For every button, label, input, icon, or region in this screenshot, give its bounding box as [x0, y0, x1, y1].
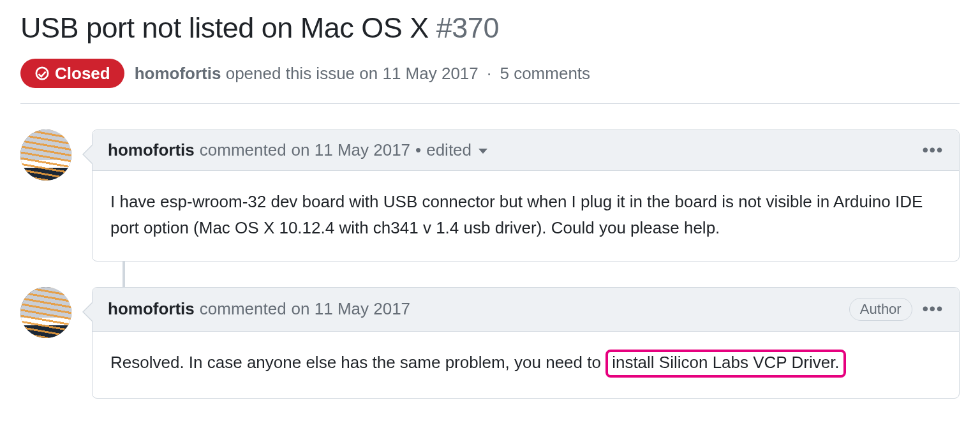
comment-date[interactable]: on 11 May 2017 — [292, 299, 410, 319]
comment-body-text: Resolved. In case anyone else has the sa… — [110, 353, 605, 372]
issue-title: USB port not listed on Mac OS X — [20, 10, 429, 46]
caret-down-icon — [479, 149, 487, 154]
comment-header: homofortis commented on 11 May 2017 • ed… — [93, 130, 959, 171]
author-badge: Author — [849, 298, 912, 321]
comment: homofortis commented on 11 May 2017 Auth… — [20, 287, 960, 399]
timeline-connector — [122, 262, 125, 287]
issue-closed-icon — [34, 66, 50, 81]
issue-author-link[interactable]: homofortis — [135, 64, 221, 83]
highlighted-text: install Silicon Labs VCP Driver. — [605, 350, 845, 378]
avatar[interactable] — [20, 287, 71, 338]
comment-author-link[interactable]: homofortis — [108, 140, 195, 160]
issue-title-row: USB port not listed on Mac OS X #370 — [20, 10, 960, 46]
issue-meta-text: homofortis opened this issue on 11 May 2… — [135, 64, 590, 84]
comment-body: I have esp-wroom-32 dev board with USB c… — [93, 171, 959, 261]
comment-date[interactable]: on 11 May 2017 — [292, 140, 410, 160]
comment-action: commented — [200, 299, 286, 319]
edited-dropdown[interactable]: edited — [426, 140, 487, 160]
comment-body: Resolved. In case anyone else has the sa… — [93, 332, 959, 398]
comment-box: homofortis commented on 11 May 2017 Auth… — [92, 287, 960, 399]
comment-actions-menu[interactable]: ••• — [923, 299, 944, 319]
comment-box: homofortis commented on 11 May 2017 • ed… — [92, 129, 960, 262]
meta-separator: · — [483, 64, 495, 83]
comment-actions-menu[interactable]: ••• — [923, 140, 944, 160]
state-badge-closed: Closed — [20, 59, 124, 88]
comment-action: commented — [200, 140, 286, 160]
comment-header: homofortis commented on 11 May 2017 Auth… — [93, 288, 959, 332]
edited-separator: • — [415, 140, 421, 160]
comment-author-link[interactable]: homofortis — [108, 299, 195, 319]
state-badge-label: Closed — [55, 65, 110, 82]
opened-text: opened this issue — [226, 64, 355, 83]
opened-date: on 11 May 2017 — [359, 64, 478, 83]
comments-count: 5 comments — [500, 64, 590, 83]
issue-meta-row: Closed homofortis opened this issue on 1… — [20, 59, 960, 104]
issue-container: USB port not listed on Mac OS X #370 Clo… — [0, 0, 980, 399]
avatar[interactable] — [20, 129, 71, 181]
timeline: homofortis commented on 11 May 2017 • ed… — [20, 129, 960, 398]
comment: homofortis commented on 11 May 2017 • ed… — [20, 129, 960, 262]
issue-number: #370 — [436, 11, 499, 45]
